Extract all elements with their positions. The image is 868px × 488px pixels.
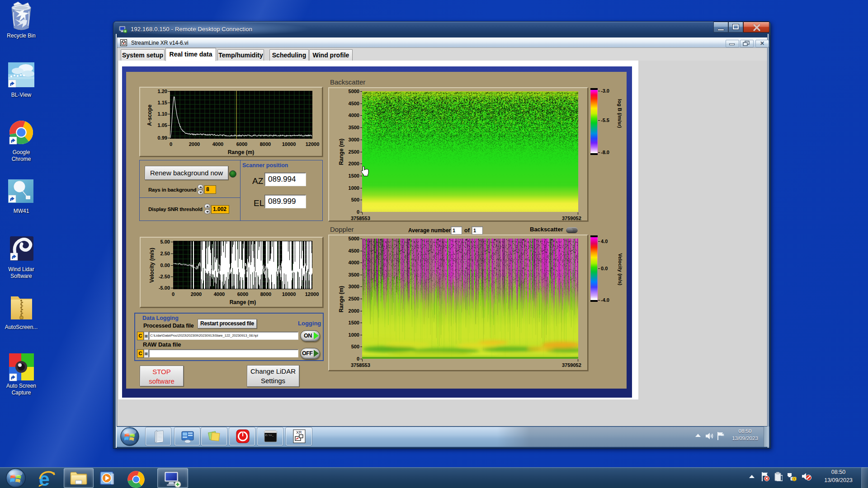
svg-text:XR: XR <box>296 430 302 435</box>
svg-text:C:\>_: C:\>_ <box>265 434 274 437</box>
svg-text:!: ! <box>793 477 795 481</box>
